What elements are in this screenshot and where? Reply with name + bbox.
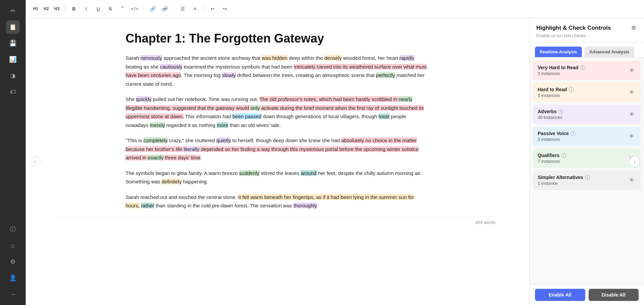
paragraph-3[interactable]: "This is completely crazy," she muttered… [126,136,429,162]
passive-eye-button[interactable]: 👁 [628,132,636,141]
adverb-highlight-4: slowly [222,72,236,78]
passive-info-icon[interactable]: i [570,131,575,136]
separator-4 [204,5,204,13]
qualifier-highlight-5: completely [143,137,168,143]
paragraph-2[interactable]: She quickly pulled out her notebook. Tim… [126,95,429,129]
home-icon[interactable]: ⌂ [6,239,20,252]
sidebar: ✏ 📋 💾 📊 ◑ 🏷 ⓘ ⌂ ⚙ 👤 → [0,0,26,305]
edit-icon[interactable]: ✏ [6,4,20,18]
paragraph-1[interactable]: Sarah nervously approached the ancient s… [126,54,429,88]
doc-title: Chapter 1: The Forgotten Gateway [126,31,429,46]
italic-button[interactable]: I [81,3,91,14]
paragraph-5[interactable]: Sarah reached out and touched the centra… [126,193,429,210]
hard-eye-button[interactable]: 👁 [628,88,636,97]
tab-realtime[interactable]: Realtime Analysis [535,47,582,57]
disable-all-button[interactable]: Disable All [589,289,639,301]
chart-icon[interactable]: 📊 [6,53,20,66]
editor-content[interactable]: Chapter 1: The Forgotten Gateway Sarah n… [126,31,429,210]
main-area: H1 H2 H3 B I U S " </> 🔗 🔗 ☰ ≡ ↩ ↪ ‹ Cha… [26,0,644,305]
very-hard-highlight-3: absolutely no choice in the matter becau… [126,137,419,160]
h2-button[interactable]: H2 [42,5,51,12]
panel-header: Highlight & Check Controls ⚙ Enable or r… [530,18,644,43]
check-hard: Hard to Read i 5 instances 👁 [533,83,641,102]
code-button[interactable]: </> [129,3,140,14]
user-icon[interactable]: 👤 [6,271,20,285]
hard-read-highlight: was hidden [262,55,288,61]
adverb-highlight-7: literally [184,146,199,152]
check-adverbs: Adverbs i 30 instances 👁 [533,105,641,124]
adverb-highlight-8: thoroughly [294,203,317,208]
quote-button[interactable]: " [117,3,128,14]
qualifier-highlight-7: suddenly [239,170,260,176]
enable-all-button[interactable]: Enable All [535,289,585,301]
link-button[interactable]: 🔗 [147,3,158,14]
very-hard-info-icon[interactable]: i [580,65,585,70]
check-simpler: Simpler Alternatives i 1 instance 👁 [533,171,641,190]
tag-icon[interactable]: 🏷 [6,85,20,99]
ul-button[interactable]: ☰ [177,3,188,14]
adverb-highlight-2: rapidly [399,55,414,61]
check-adverbs-name: Adverbs i [538,109,563,114]
toolbar: H1 H2 H3 B I U S " </> 🔗 🔗 ☰ ≡ ↩ ↪ [26,0,644,18]
pie-chart-icon[interactable]: ◑ [6,69,20,82]
undo-button[interactable]: ↩ [207,3,218,14]
adverb-highlight: nervously [140,55,162,61]
check-very-hard-count: 3 instances [538,71,585,76]
qualifier-highlight-3: only [250,105,260,111]
h1-button[interactable]: H1 [31,5,40,12]
panel-settings-icon[interactable]: ⚙ [630,23,637,32]
editor-container: ‹ Chapter 1: The Forgotten Gateway Sarah… [26,18,644,305]
panel-footer: Enable All Disable All [530,284,644,305]
h3-button[interactable]: H3 [52,5,61,12]
separator-2 [143,5,144,13]
passive-highlight: been passed [233,113,262,119]
word-count: 404 words [59,217,495,228]
settings-icon[interactable]: ⚙ [6,255,20,269]
very-hard-eye-button[interactable]: 👁 [628,66,636,75]
paragraph-4[interactable]: The symbols began to glow faintly. A war… [126,169,429,186]
check-qualifiers-count: 7 instances [538,159,566,164]
prev-page-button[interactable]: ‹ [30,156,41,167]
simpler-info-icon[interactable]: i [585,175,590,180]
qualifier-highlight-4: merely [150,122,165,128]
simpler-alt-highlight-4: rather [141,203,154,208]
qualifier-highlight: perfectly [376,72,395,78]
adverbs-info-icon[interactable]: i [558,109,563,114]
ol-button[interactable]: ≡ [189,3,200,14]
arrow-right-icon[interactable]: → [6,287,20,301]
info-icon[interactable]: ⓘ [6,223,20,236]
save-icon[interactable]: 💾 [6,36,20,50]
hard-info-icon[interactable]: i [569,87,574,92]
simpler-alt-highlight: most [378,113,390,119]
redo-button[interactable]: ↪ [219,3,230,14]
separator-3 [173,5,174,13]
editor-scroll: Chapter 1: The Forgotten Gateway Sarah n… [26,18,529,305]
simpler-alt-highlight-3: around [301,170,317,176]
check-very-hard-name: Very Hard to Read i [538,65,585,70]
qualifier-highlight-2: nearly [399,96,412,102]
tab-advanced[interactable]: Advanced Analysis [585,47,634,57]
check-adverbs-count: 30 instances [538,115,563,120]
strikethrough-button[interactable]: S [105,3,116,14]
check-simpler-count: 1 instance [538,181,590,186]
check-qualifiers: Qualifiers i 7 instances 👁 [533,149,641,168]
adverb-highlight-6: quietly [216,137,231,143]
next-page-button[interactable]: › [629,156,640,167]
bold-button[interactable]: B [69,3,79,14]
document-icon[interactable]: 📋 [6,20,20,34]
check-very-hard: Very Hard to Read i 3 instances 👁 [533,61,641,80]
qualifier-highlight-6: exactly [148,155,164,160]
check-hard-name: Hard to Read i [538,87,574,92]
hard-read-highlight-3: definitely [162,179,182,184]
adverbs-eye-button[interactable]: 👁 [628,110,636,119]
panel-title: Highlight & Check Controls ⚙ [536,23,637,32]
unlink-button[interactable]: 🔗 [159,3,170,14]
qualifiers-info-icon[interactable]: i [561,153,566,158]
check-qualifiers-name: Qualifiers i [538,153,566,158]
hard-read-highlight-2: densely [324,55,342,61]
simpler-alt-highlight-2: more [217,122,228,128]
underline-button[interactable]: U [93,3,104,14]
simpler-eye-button[interactable]: 👁 [628,176,636,185]
right-panel: Highlight & Check Controls ⚙ Enable or r… [529,18,644,305]
check-hard-count: 5 instances [538,93,574,98]
